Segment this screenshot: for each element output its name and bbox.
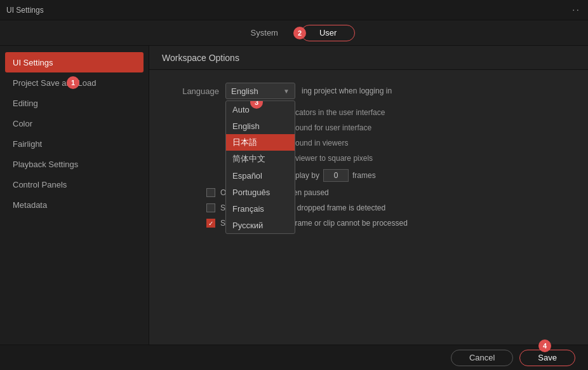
sidebar-item-editing[interactable]: Editing xyxy=(0,93,149,113)
save-badge-4: 4 xyxy=(538,339,551,352)
bottom-bar: 4 Cancel Save xyxy=(0,345,588,370)
language-dropdown: 3 Auto English 日本語 简体中文 xyxy=(225,100,295,234)
dropdown-item-japanese[interactable]: 日本語 xyxy=(226,134,295,151)
checkbox-stop-dropped[interactable] xyxy=(206,203,215,212)
sidebar-label-editing: Editing xyxy=(13,99,38,108)
sidebar-item-fairlight[interactable]: Fairlight xyxy=(0,134,149,154)
sidebar-label-metadata: Metadata xyxy=(13,200,47,210)
settings-content: Language English ▼ 3 Auto English xyxy=(149,70,588,247)
language-select-wrapper: English ▼ 3 Auto English 日本語 xyxy=(225,83,295,99)
bg-viewers-text: ound in viewers xyxy=(295,139,348,147)
bg-sound-text: ound for user interface xyxy=(295,123,371,132)
language-label: Language xyxy=(168,86,219,96)
sidebar-label-control: Control Panels xyxy=(13,180,67,189)
sidebar-item-control-panels[interactable]: Control Panels xyxy=(0,174,149,195)
sidebar-item-color[interactable]: Color xyxy=(0,113,149,134)
sidebar-item-playback[interactable]: Playback Settings xyxy=(0,154,149,174)
dropdown-item-portuguese[interactable]: Português xyxy=(226,184,295,200)
square-pixels-text: viewer to square pixels xyxy=(295,154,373,163)
frames-suffix-text: frames xyxy=(352,171,376,180)
sidebar-label-playback: Playback Settings xyxy=(13,160,78,169)
tab-badge-2: 2 xyxy=(293,27,306,39)
workspace-title: Workspace Options xyxy=(162,53,239,63)
sidebar: 1 UI Settings Project Save and Load Edit… xyxy=(0,46,149,345)
dropdown-item-english[interactable]: English xyxy=(226,118,295,134)
login-project-text: ing project when logging in xyxy=(302,86,392,95)
tab-row: System User 2 xyxy=(0,20,588,46)
frames-input[interactable] xyxy=(323,169,349,182)
chevron-down-icon: ▼ xyxy=(283,88,290,95)
sidebar-label-project: Project Save and Load xyxy=(13,78,97,88)
sidebar-item-metadata[interactable]: Metadata xyxy=(0,195,149,215)
dropdown-item-french[interactable]: Français xyxy=(226,200,295,217)
tab-system[interactable]: System xyxy=(233,25,296,41)
title-bar-text: UI Settings xyxy=(6,6,44,15)
tab-user[interactable]: User xyxy=(301,25,355,41)
sidebar-label-fairlight: Fairlight xyxy=(13,139,42,149)
cancel-button[interactable]: Cancel xyxy=(451,350,513,366)
sidebar-item-label-active: UI Settings xyxy=(13,58,53,67)
language-row: Language English ▼ 3 Auto English xyxy=(168,83,569,99)
save-button[interactable]: Save xyxy=(519,350,575,366)
dropdown-item-chinese[interactable]: 简体中文 xyxy=(226,151,295,167)
checkbox-stop-renders[interactable]: ✓ xyxy=(206,219,215,228)
main-layout: 1 UI Settings Project Save and Load Edit… xyxy=(0,46,588,345)
title-bar: UI Settings ·· xyxy=(0,0,588,20)
language-selected-value: English xyxy=(231,86,258,96)
language-select-button[interactable]: English ▼ xyxy=(225,83,295,99)
sidebar-item-ui-settings[interactable]: UI Settings xyxy=(5,52,144,72)
indicators-text: cators in the user interface xyxy=(295,108,385,117)
workspace-header: Workspace Options xyxy=(149,46,588,70)
sidebar-badge-1: 1 xyxy=(67,76,79,89)
content-area: Workspace Options Language English ▼ 3 A… xyxy=(149,46,588,345)
checkmark-icon: ✓ xyxy=(208,220,213,227)
play-by-text: play by xyxy=(295,171,319,180)
dropdown-item-spanish[interactable]: Español xyxy=(226,167,295,184)
title-bar-dots: ·· xyxy=(572,4,580,16)
sidebar-label-color: Color xyxy=(13,119,32,128)
checkbox-output-single[interactable] xyxy=(206,188,215,197)
dropdown-item-russian[interactable]: Русский xyxy=(226,217,295,233)
